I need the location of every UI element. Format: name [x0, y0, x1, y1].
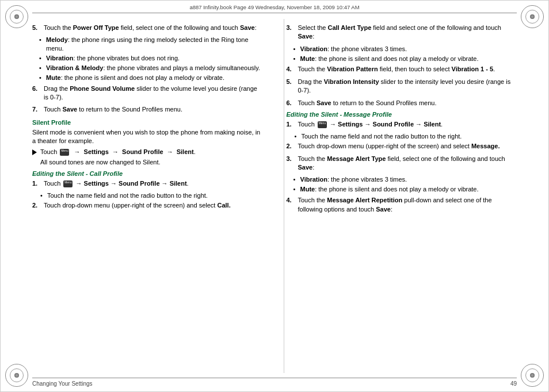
call-step1-note-text: Touch the name field and not the radio b… — [47, 191, 208, 200]
right-step-number-4: 4. — [287, 65, 296, 74]
right-step3-bullets: • Vibration: the phone vibrates 3 times.… — [293, 45, 517, 63]
right-step-5: 5. Drag the Vibration Intensity slider t… — [287, 78, 517, 95]
item-content-6: Drag the Phone Sound Volume slider to th… — [44, 84, 263, 102]
msg-step-content-4: Touch the Message Alert Repetition pull-… — [298, 196, 517, 214]
bullet-vibration-msg3: • Vibration: the phone vibrates 3 times. — [293, 175, 517, 184]
right-step-number-5: 5. — [287, 78, 296, 95]
editing-message-heading: Editing the Silent - Message Profile — [287, 111, 517, 118]
corner-decoration-bl — [5, 364, 28, 387]
touch-arrow-item: Touch → Settings → Sound Profile → Silen… — [32, 148, 263, 156]
item-number-7: 7. — [32, 105, 41, 114]
bullet-dot: • — [39, 54, 44, 63]
content-area: 5. Touch the Power Off Type field, selec… — [32, 19, 517, 373]
left-item-7: 7. Touch Save to return to the Sound Pro… — [32, 105, 263, 114]
bullet-mute: • Mute: the phone is silent and does not… — [39, 74, 263, 82]
menu-icon — [60, 149, 69, 156]
bullet-dot: • — [293, 175, 298, 184]
bullet-dot: • — [40, 191, 45, 200]
touch-arrow-text: Touch → Settings → Sound Profile → Silen… — [40, 148, 196, 156]
bullet-dot: • — [39, 64, 44, 72]
bullet-mute-msg3-text: Mute: the phone is silent and does not p… — [300, 185, 517, 194]
silent-profile-intro: Silent mode is convenient when you wish … — [32, 128, 263, 146]
left-item-6: 6. Drag the Phone Sound Volume slider to… — [32, 84, 263, 102]
right-step-number-6: 6. — [287, 99, 296, 107]
call-step1-note: • Touch the name field and not the radio… — [40, 191, 263, 200]
silent-profile-heading: Silent Profile — [32, 119, 263, 126]
item-number-6: 6. — [32, 84, 41, 102]
right-step-content-4: Touch the Vibration Pattern field, then … — [298, 65, 517, 74]
bullet-vibration-msg3-text: Vibration: the phone vibrates 3 times. — [300, 175, 517, 184]
msg-step-1: 1. Touch → Settings → Sound Profile → Si… — [287, 120, 517, 129]
header-text: a887 Infinity.book Page 49 Wednesday, No… — [189, 4, 359, 10]
bullet-dot: • — [39, 74, 44, 82]
item-number-5: 5. — [32, 24, 41, 32]
msg-step-number-4: 4. — [287, 196, 296, 214]
page-container: a887 Infinity.book Page 49 Wednesday, No… — [0, 0, 549, 392]
msg-step-content-2: Touch drop-down menu (upper-right of the… — [298, 142, 517, 151]
right-step-content-5: Drag the Vibration Intensity slider to t… — [298, 78, 517, 95]
menu-icon-call — [63, 180, 73, 187]
bullet-vibration-melody-text: Vibration & Melody: the phone vibrates a… — [46, 64, 263, 72]
right-step-content-3: Select the Call Alert Type field and sel… — [298, 24, 517, 41]
right-step-6: 6. Touch Save to return to the Sound Pro… — [287, 99, 517, 107]
msg-step-content-1: Touch → Settings → Sound Profile → Silen… — [298, 120, 517, 129]
touch-arrow-note: All sound tones are now changed to Silen… — [40, 158, 263, 167]
corner-decoration-tl — [5, 5, 28, 28]
right-step-content-6: Touch Save to return to the Sound Profil… — [298, 99, 517, 107]
arrow-triangle-icon — [32, 149, 37, 155]
bullet-mute-text: Mute: the phone is silent and does not p… — [46, 74, 263, 82]
bullet-vibration: • Vibration: the phone vibrates but does… — [39, 54, 263, 63]
item-5-bullets: • Melody: the phone rings using the ring… — [39, 36, 263, 82]
footer-right: 49 — [510, 381, 517, 387]
right-column: 3. Select the Call Alert Type field and … — [284, 19, 517, 373]
bullet-mute-msg3: • Mute: the phone is silent and does not… — [293, 185, 517, 194]
call-step-2: 2. Touch drop-down menu (upper-right of … — [32, 201, 263, 210]
right-step-number-3: 3. — [287, 24, 296, 41]
call-step-content-1: Touch → Settings → Sound Profile → Silen… — [44, 179, 263, 188]
bullet-melody-text: Melody: the phone rings using the ring m… — [46, 36, 263, 53]
menu-icon-msg — [318, 121, 327, 128]
page-footer: Changing Your Settings 49 — [32, 378, 517, 387]
bullet-dot: • — [293, 45, 298, 53]
bullet-melody: • Melody: the phone rings using the ring… — [39, 36, 263, 53]
corner-decoration-br — [521, 364, 544, 387]
bullet-dot: • — [293, 185, 298, 194]
bullet-mute-r3-text: Mute: the phone is silent and does not p… — [300, 55, 517, 63]
right-step-4: 4. Touch the Vibration Pattern field, th… — [287, 65, 517, 74]
msg-step-content-3: Touch the Message Alert Type field, sele… — [298, 155, 517, 172]
corner-decoration-tr — [521, 5, 544, 28]
msg-step-number-2: 2. — [287, 142, 296, 151]
item-content-7: Touch Save to return to the Sound Profil… — [44, 105, 263, 114]
bullet-vibration-r3: • Vibration: the phone vibrates 3 times. — [293, 45, 517, 53]
msg-step-4: 4. Touch the Message Alert Repetition pu… — [287, 196, 517, 214]
left-item-5: 5. Touch the Power Off Type field, selec… — [32, 24, 263, 32]
msg-step3-bullets: • Vibration: the phone vibrates 3 times.… — [293, 175, 517, 194]
item-content-5: Touch the Power Off Type field, select o… — [44, 24, 263, 32]
bullet-vibration-r3-text: Vibration: the phone vibrates 3 times. — [300, 45, 517, 53]
call-step-content-2: Touch drop-down menu (upper-right of the… — [44, 201, 263, 210]
msg-step-2: 2. Touch drop-down menu (upper-right of … — [287, 142, 517, 151]
msg-step1-note: • Touch the name field and not the radio… — [295, 132, 517, 141]
call-step-1: 1. Touch → Settings → Sound Profile → Si… — [32, 179, 263, 188]
editing-call-heading: Editing the Silent - Call Profile — [32, 170, 263, 177]
bullet-vibration-melody: • Vibration & Melody: the phone vibrates… — [39, 64, 263, 72]
right-step-3: 3. Select the Call Alert Type field and … — [287, 24, 517, 41]
footer-left: Changing Your Settings — [32, 381, 93, 387]
call-step-number-1: 1. — [32, 179, 41, 188]
msg-step-number-1: 1. — [287, 120, 296, 129]
msg-step-3: 3. Touch the Message Alert Type field, s… — [287, 155, 517, 172]
left-column: 5. Touch the Power Off Type field, selec… — [32, 19, 270, 373]
bullet-mute-r3: • Mute: the phone is silent and does not… — [293, 55, 517, 63]
bullet-dot: • — [39, 36, 44, 53]
msg-step-number-3: 3. — [287, 155, 296, 172]
msg-step1-note-text: Touch the name field and not the radio b… — [302, 132, 462, 141]
page-header: a887 Infinity.book Page 49 Wednesday, No… — [32, 4, 517, 13]
call-step-number-2: 2. — [32, 201, 41, 210]
bullet-dot: • — [295, 132, 299, 141]
bullet-vibration-text: Vibration: the phone vibrates but does n… — [46, 54, 263, 63]
bullet-dot: • — [293, 55, 298, 63]
